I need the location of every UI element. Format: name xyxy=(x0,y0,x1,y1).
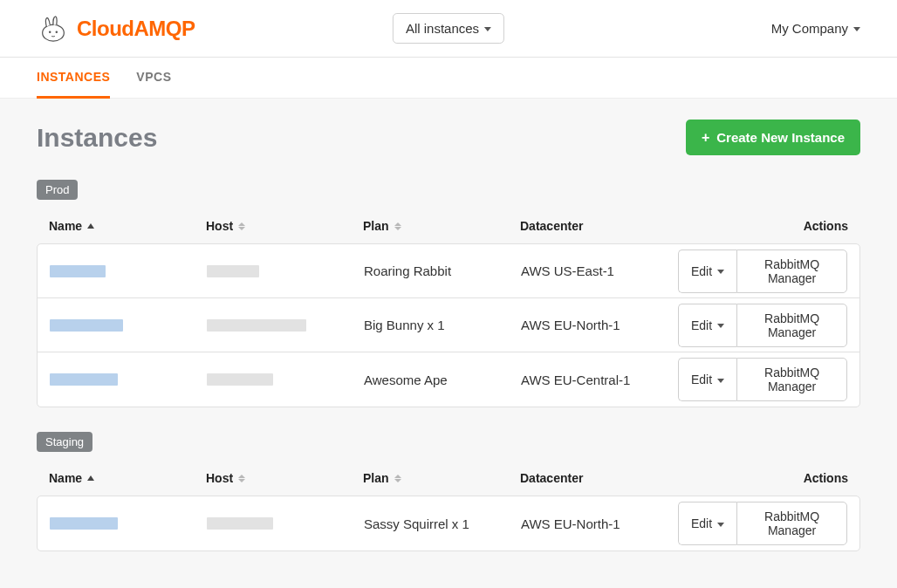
chevron-down-icon xyxy=(853,27,860,31)
chevron-down-icon xyxy=(717,324,724,328)
table-row: Roaring Rabbit AWS US-East-1 Edit Rabbit… xyxy=(38,244,859,298)
cell-host xyxy=(207,319,364,332)
svg-point-2 xyxy=(56,31,58,32)
page-title: Instances xyxy=(37,123,157,153)
sort-icon xyxy=(238,222,245,230)
create-instance-button[interactable]: + Create New Instance xyxy=(686,120,860,155)
cell-datacenter: AWS EU-North-1 xyxy=(521,516,678,531)
cell-actions: Edit RabbitMQ Manager xyxy=(678,304,847,347)
svg-point-1 xyxy=(49,31,51,32)
action-button-group: Edit RabbitMQ Manager xyxy=(678,358,847,401)
cell-plan: Awesome Ape xyxy=(364,373,521,387)
col-plan[interactable]: Plan xyxy=(363,219,520,233)
rabbitmq-manager-button[interactable]: RabbitMQ Manager xyxy=(736,250,847,293)
rabbitmq-manager-button[interactable]: RabbitMQ Manager xyxy=(736,358,847,401)
host-placeholder xyxy=(207,265,259,277)
col-datacenter: Datacenter xyxy=(520,471,677,485)
sort-asc-icon xyxy=(87,475,94,481)
cell-name[interactable] xyxy=(50,265,207,277)
table-body: Sassy Squirrel x 1 AWS EU-North-1 Edit R… xyxy=(37,496,860,551)
name-placeholder xyxy=(50,265,106,277)
host-placeholder xyxy=(207,373,273,386)
chevron-down-icon xyxy=(717,270,724,274)
col-actions: Actions xyxy=(677,471,848,485)
sort-icon xyxy=(394,222,401,230)
cell-actions: Edit RabbitMQ Manager xyxy=(678,250,847,293)
table-row: Awesome Ape AWS EU-Central-1 Edit Rabbit… xyxy=(38,352,859,407)
tab-vpcs[interactable]: VPCS xyxy=(136,58,171,99)
edit-button[interactable]: Edit xyxy=(678,502,736,545)
cell-host xyxy=(207,517,364,530)
brand-name: CloudAMQP xyxy=(77,17,195,41)
host-placeholder xyxy=(207,517,273,530)
cell-name[interactable] xyxy=(50,373,207,386)
table-header: Name Host Plan Datacenter Actions xyxy=(37,462,860,496)
col-host[interactable]: Host xyxy=(206,219,363,233)
sort-icon xyxy=(394,475,401,482)
cell-datacenter: AWS US-East-1 xyxy=(521,263,678,278)
page-header: Instances + Create New Instance xyxy=(37,120,860,155)
plus-icon: + xyxy=(702,131,709,145)
cell-name[interactable] xyxy=(50,319,207,332)
instances-filter-label: All instances xyxy=(406,21,479,36)
instances-filter-wrap: All instances xyxy=(393,13,504,44)
create-instance-label: Create New Instance xyxy=(716,130,845,145)
sort-asc-icon xyxy=(87,223,94,229)
table-row: Big Bunny x 1 AWS EU-North-1 Edit Rabbit… xyxy=(38,298,859,352)
cell-name[interactable] xyxy=(50,517,207,530)
cell-datacenter: AWS EU-North-1 xyxy=(521,318,678,332)
col-actions: Actions xyxy=(677,219,848,233)
edit-button[interactable]: Edit xyxy=(678,304,736,347)
edit-button[interactable]: Edit xyxy=(678,250,736,293)
sort-icon xyxy=(238,475,245,482)
cell-host xyxy=(207,373,364,386)
col-datacenter: Datacenter xyxy=(520,219,677,233)
group-tag: Prod xyxy=(37,180,78,200)
page-content: Instances + Create New Instance Prod Nam… xyxy=(0,99,897,588)
table-body: Roaring Rabbit AWS US-East-1 Edit Rabbit… xyxy=(37,243,860,407)
action-button-group: Edit RabbitMQ Manager xyxy=(678,304,847,347)
cell-plan: Big Bunny x 1 xyxy=(364,318,521,332)
cell-plan: Sassy Squirrel x 1 xyxy=(364,516,521,531)
col-host[interactable]: Host xyxy=(206,471,363,485)
instances-filter-dropdown[interactable]: All instances xyxy=(393,13,504,44)
instance-group: Prod Name Host Plan Datacenter Actions xyxy=(37,180,860,407)
rabbitmq-manager-button[interactable]: RabbitMQ Manager xyxy=(736,502,847,545)
tab-instances[interactable]: INSTANCES xyxy=(37,58,110,99)
table-header: Name Host Plan Datacenter Actions xyxy=(37,210,860,243)
brand-logo[interactable]: CloudAMQP xyxy=(37,10,195,46)
cell-datacenter: AWS EU-Central-1 xyxy=(521,373,678,387)
rabbit-icon xyxy=(37,10,70,46)
cell-actions: Edit RabbitMQ Manager xyxy=(678,502,847,545)
group-tag: Staging xyxy=(37,432,92,452)
company-label: My Company xyxy=(771,21,848,36)
instance-group: Staging Name Host Plan Datacenter Action… xyxy=(37,432,860,551)
name-placeholder xyxy=(50,319,123,332)
action-button-group: Edit RabbitMQ Manager xyxy=(678,250,847,293)
top-bar: CloudAMQP All instances My Company xyxy=(0,0,897,58)
edit-button[interactable]: Edit xyxy=(678,358,736,401)
chevron-down-icon xyxy=(717,379,724,383)
col-name[interactable]: Name xyxy=(49,471,206,485)
rabbitmq-manager-button[interactable]: RabbitMQ Manager xyxy=(736,304,847,347)
table-row: Sassy Squirrel x 1 AWS EU-North-1 Edit R… xyxy=(38,496,859,550)
cell-host xyxy=(207,265,364,277)
company-dropdown[interactable]: My Company xyxy=(771,21,860,36)
col-plan[interactable]: Plan xyxy=(363,471,520,485)
name-placeholder xyxy=(50,373,118,386)
svg-point-0 xyxy=(43,24,65,41)
chevron-down-icon xyxy=(484,27,491,31)
chevron-down-icon xyxy=(717,523,724,527)
sub-nav: INSTANCES VPCS xyxy=(0,58,897,99)
cell-actions: Edit RabbitMQ Manager xyxy=(678,358,847,401)
action-button-group: Edit RabbitMQ Manager xyxy=(678,502,847,545)
cell-plan: Roaring Rabbit xyxy=(364,263,521,278)
col-name[interactable]: Name xyxy=(49,219,206,233)
host-placeholder xyxy=(207,319,306,332)
name-placeholder xyxy=(50,517,118,530)
